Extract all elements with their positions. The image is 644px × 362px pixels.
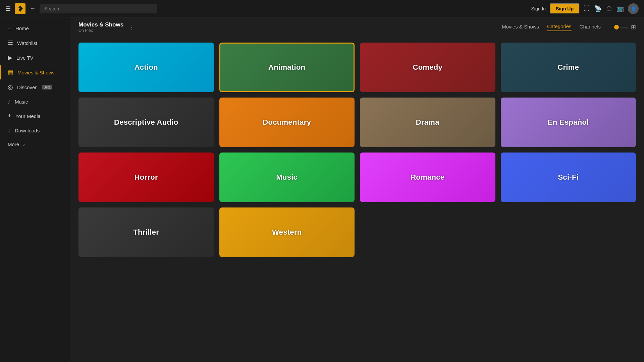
category-card-animation[interactable]: Animation xyxy=(219,43,355,92)
tab-movies-shows[interactable]: Movies & Shows xyxy=(502,24,539,31)
category-label-documentary: Documentary xyxy=(263,118,311,127)
grid-view-icon[interactable]: ⊞ xyxy=(631,23,636,31)
beta-badge: Beta xyxy=(42,85,52,89)
category-label-drama: Drama xyxy=(416,118,439,127)
airplay-icon[interactable]: ⬡ xyxy=(606,5,612,12)
tv-icon[interactable]: 📺 xyxy=(616,5,624,12)
livetv-icon: ▶ xyxy=(8,54,12,61)
category-label-thriller: Thriller xyxy=(133,228,159,237)
fullscreen-icon[interactable]: ⛶ xyxy=(584,5,590,12)
categories-grid: ActionAnimationComedyCrimeDescriptive Au… xyxy=(78,43,636,257)
category-card-thriller[interactable]: Thriller xyxy=(78,207,214,257)
categories-container: ActionAnimationComedyCrimeDescriptive Au… xyxy=(70,37,644,362)
sidebar-label-your-media: Your Media xyxy=(15,113,41,119)
sidebar-item-downloads[interactable]: ↓ Downloads xyxy=(0,124,70,137)
view-line xyxy=(620,27,628,27)
category-card-comedy[interactable]: Comedy xyxy=(360,43,495,92)
discover-icon: ◎ xyxy=(8,83,13,91)
category-card-drama[interactable]: Drama xyxy=(360,98,495,147)
sidebar-label-watchlist: Watchlist xyxy=(17,40,37,46)
sidebar-label-movies-shows: Movies & Shows xyxy=(17,70,55,75)
category-card-crime[interactable]: Crime xyxy=(501,43,636,92)
signin-button[interactable]: Sign In xyxy=(531,6,546,11)
category-card-horror[interactable]: Horror xyxy=(78,153,214,202)
sidebar-item-your-media[interactable]: + Your Media xyxy=(0,109,70,123)
view-dot xyxy=(614,25,619,29)
hamburger-icon[interactable]: ☰ xyxy=(5,5,11,12)
sidebar-label-livetv: Live TV xyxy=(16,55,34,61)
category-label-sci-fi: Sci-Fi xyxy=(558,173,579,182)
category-label-comedy: Comedy xyxy=(413,63,442,72)
downloads-icon: ↓ xyxy=(8,127,11,134)
category-card-western[interactable]: Western xyxy=(219,207,355,257)
sidebar-item-discover[interactable]: ◎ Discover Beta xyxy=(0,80,70,94)
watchlist-icon: ☰ xyxy=(8,39,13,47)
category-card-descriptive-audio[interactable]: Descriptive Audio xyxy=(78,98,214,147)
category-card-sci-fi[interactable]: Sci-Fi xyxy=(501,153,636,202)
category-card-action[interactable]: Action xyxy=(78,43,214,92)
category-card-documentary[interactable]: Documentary xyxy=(219,98,355,147)
movies-shows-icon: ▦ xyxy=(8,69,13,76)
home-icon: ⌂ xyxy=(8,25,11,32)
search-input[interactable] xyxy=(40,4,157,13)
sidebar-item-home[interactable]: ⌂ Home xyxy=(0,21,70,35)
category-label-horror: Horror xyxy=(135,173,158,182)
category-card-en-espanol[interactable]: En Español xyxy=(501,98,636,147)
tab-categories[interactable]: Categories xyxy=(547,23,572,31)
sidebar-item-music[interactable]: ♪ Music xyxy=(0,95,70,109)
section-title-block: Movies & Shows On Plex xyxy=(78,21,123,33)
sidebar-item-watchlist[interactable]: ☰ Watchlist xyxy=(0,36,70,50)
back-button[interactable]: ← xyxy=(30,5,36,12)
topnav: ☰ ← Sign In Sign Up ⛶ 📡 ⬡ 📺 👤 xyxy=(0,0,644,17)
signup-button[interactable]: Sign Up xyxy=(550,3,580,14)
chromecast-icon[interactable]: 📡 xyxy=(594,5,602,12)
your-media-icon: + xyxy=(8,113,11,120)
sidebar-item-movies-shows[interactable]: ▦ Movies & Shows xyxy=(0,65,70,79)
sidebar: ⌂ Home ☰ Watchlist ▶ Live TV ▦ Movies & … xyxy=(0,17,70,362)
nav-icons: ⛶ 📡 ⬡ 📺 xyxy=(584,5,624,12)
category-label-animation: Animation xyxy=(268,63,305,72)
sidebar-label-music: Music xyxy=(15,99,28,105)
section-header: Movies & Shows On Plex ⋮ Movies & Shows … xyxy=(70,17,644,37)
plex-logo xyxy=(15,3,25,14)
category-label-crime: Crime xyxy=(557,63,579,72)
sidebar-label-downloads: Downloads xyxy=(15,128,40,133)
sidebar-label-more: More xyxy=(8,141,19,147)
category-card-romance[interactable]: Romance xyxy=(360,153,495,202)
sidebar-item-livetv[interactable]: ▶ Live TV xyxy=(0,51,70,65)
category-label-en-espanol: En Español xyxy=(548,118,589,127)
section-title: Movies & Shows xyxy=(78,21,123,28)
main-content: Movies & Shows On Plex ⋮ Movies & Shows … xyxy=(70,17,644,362)
music-icon: ♪ xyxy=(8,98,11,105)
category-label-romance: Romance xyxy=(411,173,444,182)
sidebar-item-more[interactable]: More › xyxy=(0,138,70,150)
category-label-action: Action xyxy=(135,63,158,72)
more-chevron-icon: › xyxy=(23,142,25,147)
avatar[interactable]: 👤 xyxy=(628,3,639,14)
section-tabs: Movies & Shows Categories Channels xyxy=(502,23,601,31)
section-subtitle: On Plex xyxy=(78,28,123,33)
category-label-descriptive-audio: Descriptive Audio xyxy=(114,118,178,127)
category-label-music: Music xyxy=(276,173,298,182)
section-menu-dots[interactable]: ⋮ xyxy=(129,23,135,31)
sidebar-label-discover: Discover xyxy=(17,84,37,90)
tab-channels[interactable]: Channels xyxy=(580,24,601,31)
view-toggle[interactable] xyxy=(614,25,628,29)
view-controls: ⊞ xyxy=(614,23,636,31)
category-label-western: Western xyxy=(272,228,302,237)
category-card-music[interactable]: Music xyxy=(219,153,355,202)
sidebar-label-home: Home xyxy=(15,25,29,31)
